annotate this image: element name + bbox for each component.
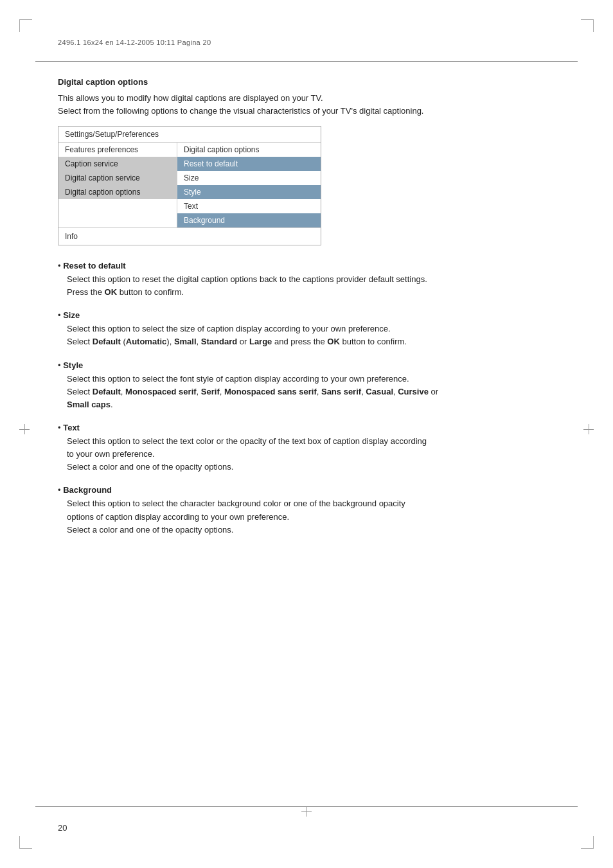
menu-header: Settings/Setup/Preferences xyxy=(58,127,321,143)
intro-text: This allows you to modify how digital ca… xyxy=(58,92,555,117)
reg-mark-right xyxy=(583,424,594,434)
bullet-style-line1: Select this option to select the font st… xyxy=(67,374,409,384)
menu-right-reset: Reset to default xyxy=(177,157,321,171)
corner-mark-tr xyxy=(581,19,594,32)
bullet-text-line3: Select a color and one of the opacity op… xyxy=(67,462,233,472)
bullet-background: Background Select this option to select … xyxy=(58,485,555,536)
bullet-size: Size Select this option to select the si… xyxy=(58,310,555,348)
bullet-style: Style Select this option to select the f… xyxy=(58,360,555,411)
content-area: Digital caption options This allows you … xyxy=(58,71,555,548)
bullet-title-reset: Reset to default xyxy=(58,261,555,270)
bullet-body-size: Select this option to select the size of… xyxy=(58,323,555,348)
bullet-reset-line1: Select this option to reset the digital … xyxy=(67,274,427,284)
menu-left-spacer xyxy=(58,199,177,204)
bullet-body-text: Select this option to select the text co… xyxy=(58,435,555,474)
menu-left-column: Features preferences Caption service Dig… xyxy=(58,143,177,227)
menu-box: Settings/Setup/Preferences Features pref… xyxy=(58,126,321,245)
header-line xyxy=(35,61,578,62)
menu-left-item-digital-caption-service: Digital caption service xyxy=(58,171,177,185)
intro-line1: This allows you to modify how digital ca… xyxy=(58,93,323,103)
bullet-style-line3: Small caps. xyxy=(67,400,113,409)
intro-line2: Select from the following options to cha… xyxy=(58,106,424,116)
bullet-background-line1: Select this option to select the charact… xyxy=(67,499,405,508)
page-number: 20 xyxy=(58,823,67,833)
bullet-size-line1: Select this option to select the size of… xyxy=(67,324,391,333)
reg-mark-left xyxy=(19,424,30,434)
menu-left-spacer2 xyxy=(58,204,177,209)
menu-info: Info xyxy=(58,227,321,245)
footer-line xyxy=(35,806,578,807)
menu-right-size: Size xyxy=(177,171,321,185)
bullet-background-line3: Select a color and one of the opacity op… xyxy=(67,525,233,535)
corner-mark-br xyxy=(581,836,594,849)
bullet-title-text: Text xyxy=(58,423,555,432)
menu-right-background: Background xyxy=(177,213,321,227)
bullet-title-background: Background xyxy=(58,485,555,495)
bullet-style-line2: Select Default, Monospaced serif, Serif,… xyxy=(67,387,438,396)
menu-body: Features preferences Caption service Dig… xyxy=(58,143,321,227)
menu-right-style: Style xyxy=(177,185,321,199)
bullet-body-reset: Select this option to reset the digital … xyxy=(58,273,555,299)
bullet-size-line2: Select Default (Automatic), Small, Stand… xyxy=(67,337,407,346)
menu-left-item-features: Features preferences xyxy=(58,143,177,157)
header-text: 2496.1 16x24 en 14-12-2005 10:11 Pagina … xyxy=(58,39,211,46)
corner-mark-bl xyxy=(19,836,32,849)
bullet-text-line1: Select this option to select the text co… xyxy=(67,436,427,446)
bullet-text-line2: to your own preference. xyxy=(67,449,155,459)
menu-right-column: Digital caption options Reset to default… xyxy=(177,143,321,227)
reg-mark-bottom xyxy=(301,806,312,817)
section-title: Digital caption options xyxy=(58,77,555,87)
bullet-background-line2: options of caption display according to … xyxy=(67,512,289,522)
bullet-title-size: Size xyxy=(58,310,555,320)
bullet-reset-line2: Press the OK button to confirm. xyxy=(67,287,184,297)
bullet-title-style: Style xyxy=(58,360,555,370)
bullet-body-background: Select this option to select the charact… xyxy=(58,497,555,536)
bullet-text: Text Select this option to select the te… xyxy=(58,423,555,474)
menu-left-item-digital-caption-options: Digital caption options xyxy=(58,185,177,199)
bullet-reset-to-default: Reset to default Select this option to r… xyxy=(58,261,555,299)
menu-right-header: Digital caption options xyxy=(177,143,321,157)
bullet-body-style: Select this option to select the font st… xyxy=(58,373,555,411)
page: 2496.1 16x24 en 14-12-2005 10:11 Pagina … xyxy=(0,0,613,868)
corner-mark-tl xyxy=(19,19,32,32)
menu-right-text: Text xyxy=(177,199,321,213)
menu-left-item-caption: Caption service xyxy=(58,157,177,171)
